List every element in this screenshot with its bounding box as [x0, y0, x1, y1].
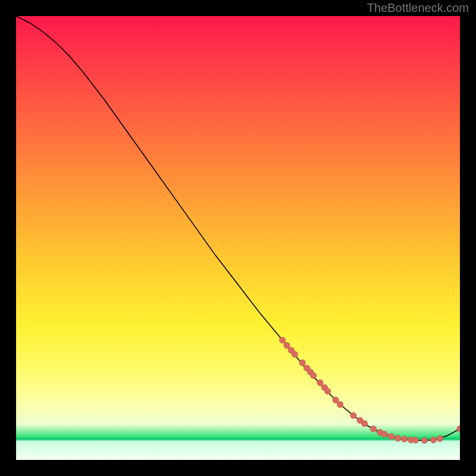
- data-marker: [292, 351, 298, 357]
- data-marker: [421, 437, 427, 443]
- data-marker: [284, 342, 290, 348]
- data-marker: [381, 431, 387, 437]
- data-marker: [337, 402, 343, 408]
- chart-svg: [16, 16, 460, 460]
- data-marker: [394, 435, 400, 441]
- data-marker: [430, 437, 436, 443]
- bottleneck-curve: [16, 16, 460, 440]
- data-markers: [279, 337, 460, 443]
- data-marker: [457, 426, 460, 432]
- data-marker: [317, 380, 323, 386]
- data-marker: [350, 412, 356, 418]
- data-marker: [279, 337, 285, 343]
- data-marker: [402, 436, 408, 442]
- data-marker: [299, 359, 305, 365]
- data-marker: [311, 372, 317, 378]
- data-marker: [388, 433, 394, 439]
- plot-area: [16, 16, 460, 460]
- data-marker: [412, 437, 418, 443]
- source-attribution: TheBottleneck.com: [367, 1, 469, 15]
- data-marker: [437, 436, 443, 441]
- data-marker: [370, 426, 376, 432]
- data-marker: [361, 421, 367, 427]
- data-marker: [324, 388, 330, 394]
- chart-container: TheBottleneck.com: [0, 0, 476, 476]
